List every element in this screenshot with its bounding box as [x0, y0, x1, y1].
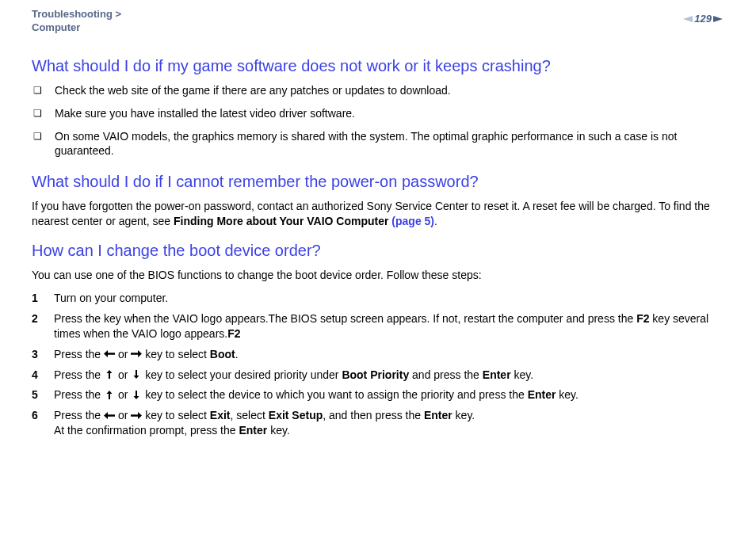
list-item: Check the web site of the game if there …: [32, 83, 724, 98]
arrow-right-icon: [131, 349, 142, 358]
game-crash-bullets: Check the web site of the game if there …: [32, 83, 724, 159]
step-text: Press the or key to select Exit, select …: [54, 408, 724, 438]
bullet-text: Make sure you have installed the latest …: [55, 106, 355, 121]
page-number: 129: [694, 13, 712, 25]
password-para: If you have forgotten the power-on passw…: [32, 199, 724, 229]
section-title-boot-order: How can I change the boot device order?: [32, 242, 724, 260]
nav-prev-icon[interactable]: [682, 14, 693, 24]
step-item: 1Turn on your computer.: [32, 291, 724, 306]
arrow-down-icon: [131, 370, 142, 379]
arrow-left-icon: [104, 411, 115, 420]
para-text: .: [434, 215, 437, 227]
arrow-up-icon: [104, 370, 115, 379]
step-item: 4Press the or key to select your desired…: [32, 368, 724, 383]
breadcrumb-line2: Computer: [32, 21, 80, 33]
section-title-game-crash: What should I do if my game software doe…: [32, 57, 724, 75]
step-text: Press the key when the VAIO logo appears…: [54, 311, 724, 341]
para-bold: Finding More about Your VAIO Computer: [174, 215, 391, 227]
step-text: Press the or key to select your desired …: [54, 368, 724, 383]
step-item: 6Press the or key to select Exit, select…: [32, 408, 724, 438]
bullet-text: On some VAIO models, the graphics memory…: [55, 129, 724, 159]
step-text: Press the or key to select Boot.: [54, 347, 724, 362]
step-number: 2: [32, 311, 54, 326]
step-number: 5: [32, 387, 54, 402]
section-title-password: What should I do if I cannot remember th…: [32, 173, 724, 191]
page-header: Troubleshooting > Computer 129: [32, 8, 724, 35]
step-text: Press the or key to select the device to…: [54, 387, 724, 402]
step-number: 1: [32, 291, 54, 306]
step-number: 6: [32, 408, 54, 423]
boot-intro: You can use one of the BIOS functions to…: [32, 268, 724, 283]
page-link[interactable]: (page 5): [391, 215, 434, 227]
nav-next-icon[interactable]: [713, 14, 724, 24]
arrow-up-icon: [104, 391, 115, 399]
breadcrumb-line1: Troubleshooting >: [32, 8, 121, 20]
step-item: 2Press the key when the VAIO logo appear…: [32, 311, 724, 341]
step-item: 3Press the or key to select Boot.: [32, 347, 724, 362]
step-item: 5Press the or key to select the device t…: [32, 387, 724, 402]
arrow-left-icon: [104, 349, 115, 358]
svg-marker-0: [683, 16, 693, 22]
list-item: On some VAIO models, the graphics memory…: [32, 129, 724, 159]
arrow-down-icon: [131, 391, 142, 399]
step-text: Turn on your computer.: [54, 291, 724, 306]
step-number: 4: [32, 368, 54, 383]
breadcrumb: Troubleshooting > Computer: [32, 8, 121, 35]
svg-marker-1: [713, 16, 723, 22]
bullet-text: Check the web site of the game if there …: [55, 83, 451, 98]
list-item: Make sure you have installed the latest …: [32, 106, 724, 121]
arrow-right-icon: [131, 411, 142, 420]
boot-steps: 1Turn on your computer.2Press the key wh…: [32, 291, 724, 438]
step-number: 3: [32, 347, 54, 362]
page-navigation: 129: [682, 13, 724, 25]
